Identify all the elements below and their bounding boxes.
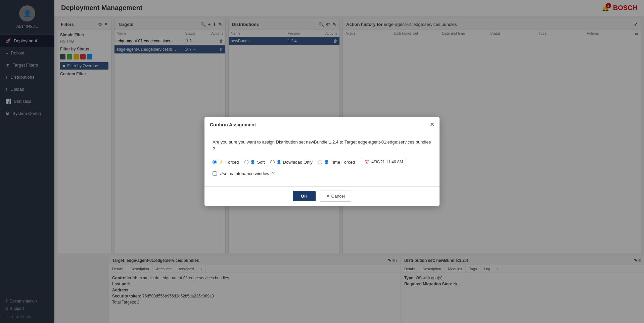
download-only-icon: 👤 xyxy=(276,160,281,164)
confirm-assignment-modal: Confirm Assignment ✕ Are you sure you wa… xyxy=(204,117,440,206)
soft-icon: 👤 xyxy=(250,160,255,164)
forced-icon: ⚡ xyxy=(219,160,224,164)
modal-question: Are you sure you want to assign Distribu… xyxy=(213,139,431,152)
datetime-field[interactable]: 📅 4/30/21 11:40 AM xyxy=(362,158,406,166)
cancel-button[interactable]: ✕ Cancel xyxy=(320,191,351,202)
option-soft-label: Soft xyxy=(257,160,265,165)
modal-options-row: ⚡ Forced 👤 Soft 👤 Download Only 👤 Time F xyxy=(213,158,431,166)
modal-close-button[interactable]: ✕ xyxy=(430,121,434,128)
maintenance-window-checkbox[interactable] xyxy=(213,171,217,176)
time-forced-icon: 👤 xyxy=(324,160,329,164)
modal-question-middle: to Target xyxy=(340,139,357,145)
option-forced-label: Forced xyxy=(225,160,239,165)
cancel-label: Cancel xyxy=(331,194,345,199)
option-time-forced[interactable]: 👤 Time Forced xyxy=(318,160,355,165)
modal-question-target: edge-agent-01:edge:services:bundles xyxy=(358,139,431,145)
radio-forced[interactable] xyxy=(213,160,217,164)
modal-question-suffix: ? xyxy=(213,146,215,151)
maintenance-window-row: Use maintenance window ? xyxy=(213,171,431,176)
radio-soft[interactable] xyxy=(244,160,248,164)
option-forced[interactable]: ⚡ Forced xyxy=(213,160,239,165)
datetime-value: 4/30/21 11:40 AM xyxy=(371,160,403,164)
ok-button[interactable]: OK xyxy=(293,191,316,201)
modal-title: Confirm Assignment xyxy=(210,122,256,127)
cancel-x-icon: ✕ xyxy=(326,194,330,199)
modal-footer: OK ✕ Cancel xyxy=(204,186,440,206)
help-icon[interactable]: ? xyxy=(272,171,275,176)
radio-time-forced[interactable] xyxy=(318,160,322,164)
option-download-only-label: Download Only xyxy=(283,160,313,165)
modal-question-prefix: Are you sure you want to assign Distribu… xyxy=(213,139,305,145)
option-download-only[interactable]: 👤 Download Only xyxy=(270,160,313,165)
modal-body: Are you sure you want to assign Distribu… xyxy=(204,132,440,186)
modal-question-distribution: newBundle:1.2.4 xyxy=(306,139,339,145)
calendar-icon: 📅 xyxy=(365,160,370,164)
option-soft[interactable]: 👤 Soft xyxy=(244,160,265,165)
modal-header: Confirm Assignment ✕ xyxy=(204,117,440,132)
modal-overlay: Confirm Assignment ✕ Are you sure you wa… xyxy=(0,0,644,323)
option-time-forced-label: Time Forced xyxy=(331,160,355,165)
radio-download-only[interactable] xyxy=(270,160,275,164)
maintenance-window-label: Use maintenance window xyxy=(220,171,269,176)
